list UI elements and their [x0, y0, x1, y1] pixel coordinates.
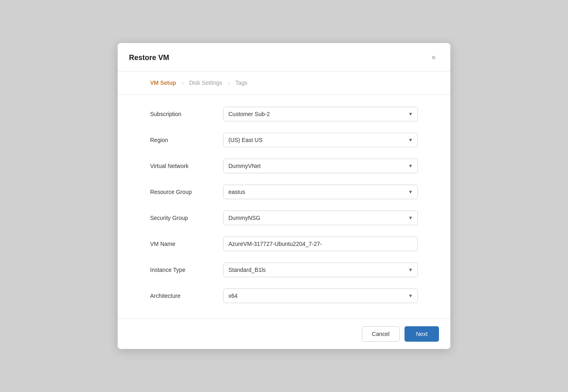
step-disk-settings-label: Disk Settings	[189, 80, 222, 86]
select-wrapper-region: (US) East US (US) West US (EU) West Euro…	[223, 133, 418, 147]
cancel-button[interactable]: Cancel	[362, 326, 400, 342]
form-row-virtual-network: Virtual Network DummyVNet VNet1 VNet2 ▼	[150, 153, 418, 179]
dialog-body: Subscription Customer Sub-2 Customer Sub…	[118, 95, 450, 319]
dialog-footer: Cancel Next	[118, 319, 450, 349]
select-wrapper-security-group: DummyNSG NSG1 NSG2 ▼	[223, 211, 418, 225]
control-virtual-network: DummyVNet VNet1 VNet2 ▼	[223, 159, 418, 173]
label-architecture: Architecture	[150, 293, 223, 299]
select-wrapper-subscription: Customer Sub-2 Customer Sub-1 Customer S…	[223, 107, 418, 121]
control-region: (US) East US (US) West US (EU) West Euro…	[223, 133, 418, 147]
select-resource-group[interactable]: eastus westus westeurope	[223, 185, 418, 199]
stepper: VM Setup › Disk Settings › Tags	[118, 71, 450, 94]
step-tags[interactable]: Tags	[235, 80, 247, 86]
control-security-group: DummyNSG NSG1 NSG2 ▼	[223, 211, 418, 225]
restore-vm-dialog: Restore VM × VM Setup › Disk Settings › …	[118, 43, 450, 349]
label-subscription: Subscription	[150, 111, 223, 117]
form-row-subscription: Subscription Customer Sub-2 Customer Sub…	[150, 101, 418, 127]
label-instance-type: Instance Type	[150, 267, 223, 273]
form-row-region: Region (US) East US (US) West US (EU) We…	[150, 127, 418, 153]
control-architecture: x64 Arm64 ▼	[223, 289, 418, 303]
form-row-resource-group: Resource Group eastus westus westeurope …	[150, 179, 418, 205]
control-instance-type: Standard_B1ls Standard_B2s Standard_D2s_…	[223, 263, 418, 277]
label-resource-group: Resource Group	[150, 189, 223, 195]
select-region[interactable]: (US) East US (US) West US (EU) West Euro…	[223, 133, 418, 147]
control-subscription: Customer Sub-2 Customer Sub-1 Customer S…	[223, 107, 418, 121]
form-row-architecture: Architecture x64 Arm64 ▼	[150, 283, 418, 309]
control-vm-name	[223, 237, 418, 251]
select-subscription[interactable]: Customer Sub-2 Customer Sub-1 Customer S…	[223, 107, 418, 121]
step-vm-setup-label: VM Setup	[150, 80, 176, 86]
form-row-instance-type: Instance Type Standard_B1ls Standard_B2s…	[150, 257, 418, 283]
dialog-header: Restore VM ×	[118, 43, 450, 71]
label-vm-name: VM Name	[150, 241, 223, 247]
select-security-group[interactable]: DummyNSG NSG1 NSG2	[223, 211, 418, 225]
label-region: Region	[150, 137, 223, 143]
next-button[interactable]: Next	[404, 326, 439, 342]
select-wrapper-virtual-network: DummyVNet VNet1 VNet2 ▼	[223, 159, 418, 173]
select-wrapper-architecture: x64 Arm64 ▼	[223, 289, 418, 303]
stepper-arrow-1: ›	[182, 80, 183, 86]
dialog-title: Restore VM	[129, 54, 169, 62]
label-virtual-network: Virtual Network	[150, 163, 223, 169]
form-row-security-group: Security Group DummyNSG NSG1 NSG2 ▼	[150, 205, 418, 231]
select-virtual-network[interactable]: DummyVNet VNet1 VNet2	[223, 159, 418, 173]
select-instance-type[interactable]: Standard_B1ls Standard_B2s Standard_D2s_…	[223, 263, 418, 277]
step-disk-settings[interactable]: Disk Settings	[189, 80, 222, 86]
select-wrapper-resource-group: eastus westus westeurope ▼	[223, 185, 418, 199]
stepper-arrow-2: ›	[228, 80, 230, 86]
close-button[interactable]: ×	[428, 52, 439, 64]
step-vm-setup[interactable]: VM Setup	[150, 80, 176, 86]
form-row-vm-name: VM Name	[150, 231, 418, 257]
select-architecture[interactable]: x64 Arm64	[223, 289, 418, 303]
step-tags-label: Tags	[235, 80, 247, 86]
input-vm-name[interactable]	[223, 237, 418, 251]
select-wrapper-instance-type: Standard_B1ls Standard_B2s Standard_D2s_…	[223, 263, 418, 277]
control-resource-group: eastus westus westeurope ▼	[223, 185, 418, 199]
dialog-overlay: Restore VM × VM Setup › Disk Settings › …	[0, 0, 568, 392]
label-security-group: Security Group	[150, 215, 223, 221]
